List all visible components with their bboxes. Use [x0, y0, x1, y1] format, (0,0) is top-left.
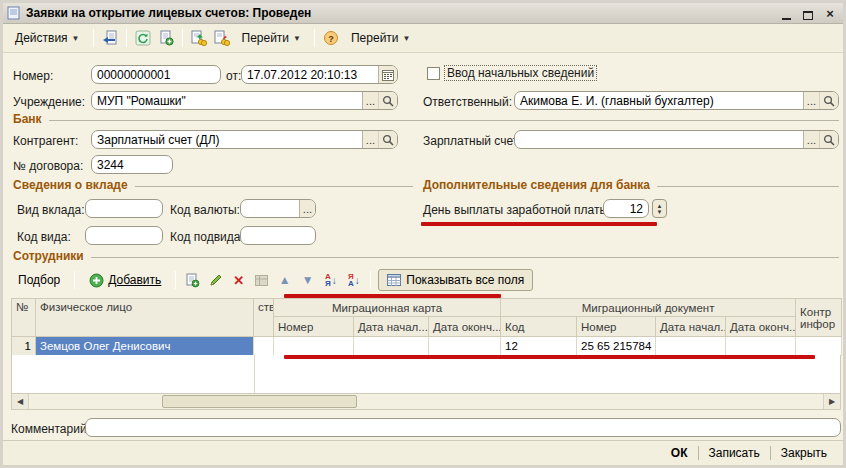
row-number-cell[interactable]: 1: [12, 337, 36, 356]
salary-day-field[interactable]: 12: [603, 199, 649, 218]
footer-bar: ОК Записать Закрыть: [3, 440, 843, 465]
card-end-cell[interactable]: [429, 337, 501, 356]
ok-button[interactable]: ОК: [661, 443, 698, 463]
dropdown-arrow-icon: ▼: [72, 34, 80, 43]
date-field[interactable]: 17.07.2012 20:10:13: [241, 65, 398, 84]
toolbar-separator: [93, 29, 94, 47]
citizenship-cell[interactable]: [254, 337, 274, 356]
col-header-citizenship-cut[interactable]: ство: [254, 299, 274, 337]
up-arrow-icon: ▲: [279, 273, 291, 287]
group-header-contact-cut[interactable]: Контр инфор: [796, 299, 842, 337]
move-up-button[interactable]: ▲: [275, 271, 294, 290]
sort-ascending-button[interactable]: А Я ↓: [321, 271, 340, 290]
currency-choose-button[interactable]: ...: [300, 200, 315, 217]
horizontal-scrollbar[interactable]: ◀ ▶: [11, 393, 841, 410]
post-document-icon: [101, 30, 118, 46]
post-document-button[interactable]: [100, 28, 120, 48]
delete-row-button[interactable]: ✕: [229, 271, 248, 290]
minimize-button[interactable]: [779, 6, 793, 20]
doc-code-cell[interactable]: 12: [501, 337, 577, 356]
subcol-doc-end[interactable]: Дата оконч...: [726, 317, 796, 337]
pick-button[interactable]: Подбор: [11, 269, 67, 291]
edit-row-button[interactable]: [206, 271, 225, 290]
doc-number-cell[interactable]: 25 65 215784: [577, 337, 656, 356]
subcol-card-end[interactable]: Дата оконч...: [429, 317, 501, 337]
salary-account-field[interactable]: ...: [514, 130, 839, 149]
copy-row-button[interactable]: [183, 271, 202, 290]
counterparty-field[interactable]: Зарплатный счет (ДЛ) ...: [91, 130, 398, 149]
deposit-type-label: Вид вклада:: [17, 203, 85, 217]
actions-menu-button[interactable]: Действия ▼: [8, 27, 87, 49]
col-header-person[interactable]: Физическое лицо: [36, 299, 254, 337]
write-button[interactable]: Записать: [699, 443, 770, 463]
subcol-doc-start[interactable]: Дата начал...: [656, 317, 726, 337]
card-start-cell[interactable]: [354, 337, 429, 356]
subcol-card-start[interactable]: Дата начал...: [354, 317, 429, 337]
close-button[interactable]: ×: [823, 6, 837, 20]
show-all-fields-button[interactable]: Показывать все поля: [378, 269, 533, 291]
unpost-icon: [213, 30, 230, 46]
institution-open-button[interactable]: [378, 92, 397, 109]
institution-choose-button[interactable]: ...: [363, 92, 378, 109]
salary-day-spinner[interactable]: ▲ ▼: [652, 199, 667, 218]
window-title: Заявки на открытие лицевых счетов: Прове…: [26, 6, 774, 20]
sort-descending-button[interactable]: Я А ↓: [344, 271, 363, 290]
person-cell-selected[interactable]: Земцов Олег Денисович: [36, 337, 254, 356]
counterparty-choose-button[interactable]: ...: [363, 131, 378, 148]
comment-field[interactable]: [85, 418, 841, 437]
calendar-button[interactable]: [379, 66, 397, 83]
kind-code-label: Код вида:: [17, 230, 71, 244]
deposit-section-header: Сведения о вкладе: [13, 178, 413, 192]
doc-start-cell[interactable]: [656, 337, 726, 356]
responsible-open-button[interactable]: [819, 92, 838, 109]
counterparty-open-button[interactable]: [378, 131, 397, 148]
number-field[interactable]: 00000000001: [91, 65, 221, 84]
group-header-migration-document[interactable]: Миграционный документ: [501, 299, 796, 317]
contract-number-label: № договора:: [13, 159, 83, 173]
close-form-button[interactable]: Закрыть: [771, 443, 837, 463]
spin-down-icon[interactable]: ▼: [657, 209, 663, 215]
table-empty-area[interactable]: [11, 355, 841, 393]
group-header-migration-card[interactable]: Миграционная карта: [274, 299, 501, 317]
employees-section-header: Сотрудники: [13, 249, 839, 263]
currency-code-field[interactable]: ...: [240, 199, 316, 218]
subcol-card-number[interactable]: Номер: [274, 317, 354, 337]
scroll-left-button[interactable]: ◀: [12, 394, 29, 409]
add-circle-icon: [89, 273, 104, 288]
document-icon: [7, 6, 21, 20]
add-row-button[interactable]: Добавить: [82, 269, 168, 292]
contact-cell[interactable]: [796, 337, 842, 356]
maximize-button[interactable]: [801, 6, 815, 20]
subcol-doc-code[interactable]: Код: [501, 317, 577, 337]
responsible-choose-button[interactable]: ...: [804, 92, 819, 109]
initial-info-checkbox[interactable]: Ввод начальных сведений: [427, 65, 597, 81]
institution-field[interactable]: МУП "Ромашки" ...: [91, 91, 398, 110]
contract-number-field[interactable]: 3244: [91, 155, 173, 174]
card-number-cell[interactable]: [274, 337, 354, 356]
kind-code-field[interactable]: [85, 226, 163, 245]
unpost-button[interactable]: [212, 28, 232, 48]
refresh-button[interactable]: [133, 28, 153, 48]
sort-za-icon: Я А: [348, 273, 354, 287]
number-label: Номер:: [13, 69, 53, 83]
copy-document-button[interactable]: [156, 28, 176, 48]
goto-menu-button[interactable]: Перейти ▼: [235, 27, 308, 49]
post-icon: [190, 30, 207, 46]
salary-account-open-button[interactable]: [819, 131, 838, 148]
help-button[interactable]: ?: [321, 28, 341, 48]
post-button[interactable]: [189, 28, 209, 48]
doc-end-cell[interactable]: [726, 337, 796, 356]
red-annotation-line-row: [284, 355, 815, 359]
set-end-button-disabled[interactable]: [252, 271, 271, 290]
responsible-label: Ответственный:: [423, 95, 512, 109]
move-down-button[interactable]: ▼: [298, 271, 317, 290]
deposit-type-field[interactable]: [85, 199, 163, 218]
goto2-menu-button[interactable]: Перейти ▼: [344, 27, 417, 49]
responsible-field[interactable]: Акимова Е. И. (главный бухгалтер) ...: [514, 91, 839, 110]
col-header-num[interactable]: №: [12, 299, 36, 337]
salary-account-choose-button[interactable]: ...: [804, 131, 819, 148]
subcol-doc-number[interactable]: Номер: [577, 317, 656, 337]
subkind-code-field[interactable]: [240, 226, 316, 245]
scroll-right-button[interactable]: ▶: [823, 394, 840, 409]
scrollbar-thumb[interactable]: [162, 395, 357, 408]
